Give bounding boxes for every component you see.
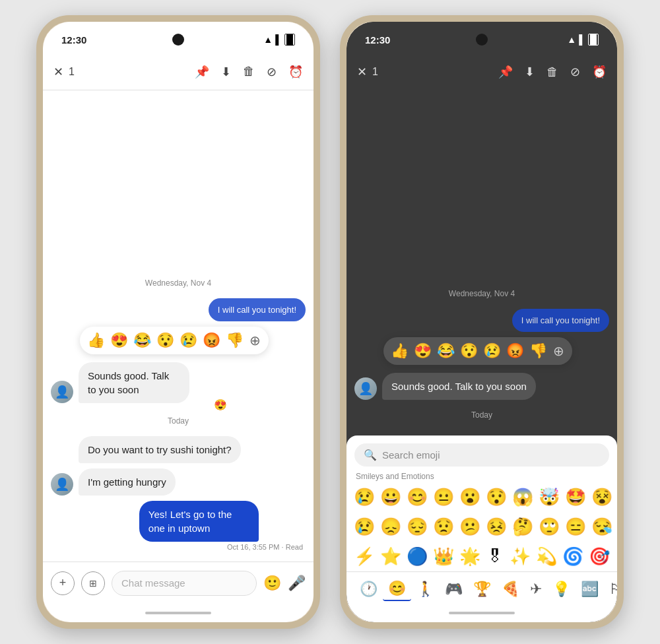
vol-down-button-2[interactable] [340,134,343,160]
message-input[interactable]: Chat message [112,571,257,596]
reaction-laughing[interactable]: 😂 [131,331,153,350]
selection-count-dark: 1 [372,66,378,78]
emoji-nav-activities[interactable]: 🎮 [440,578,468,600]
emoji-cell[interactable]: 💫 [534,544,559,569]
truncated-bubble: I will call you tonight! [209,298,306,321]
reaction-bar[interactable]: 👍 😍 😂 😯 😢 😡 👎 ⊕ [80,327,269,354]
media-button[interactable]: ⊞ [81,571,105,595]
emoji-cell[interactable]: 😮 [457,485,482,509]
emoji-cell[interactable]: 😔 [405,515,430,539]
emoji-nav-symbols[interactable]: 💡 [547,578,576,600]
emoji-navigation: 🕐 😊 🚶 🎮 🏆 🍕 ✈ 💡 🔤 🏳 ⌫ [346,571,617,604]
bubble-reaction-heart-eyes: 😍 [214,399,227,411]
archive-icon[interactable]: ⬇ [221,65,231,79]
emoji-cell[interactable]: 😯 [484,485,509,509]
action-bar-left-dark: ✕ 1 [357,65,493,79]
emoji-button[interactable]: 🙂 [263,575,281,592]
mic-button[interactable]: 🎤 [288,575,306,592]
reaction-angry-dark[interactable]: 😡 [504,341,526,361]
emoji-cell[interactable]: 😐 [431,485,456,509]
add-button[interactable]: + [51,571,75,595]
snooze-icon[interactable]: ⏰ [288,65,303,79]
emoji-cell[interactable]: 😣 [484,515,509,539]
vol-up-button[interactable] [36,101,39,127]
delete-icon[interactable]: 🗑 [243,65,255,79]
delete-icon-dark[interactable]: 🗑 [546,65,558,79]
emoji-nav-people[interactable]: 🚶 [411,578,440,600]
avatar: 👤 [51,381,73,403]
emoji-cell[interactable]: 😱 [510,485,535,509]
reaction-crying[interactable]: 😢 [178,331,199,350]
reaction-add-icon-dark[interactable]: ⊕ [550,342,567,360]
snooze-icon-dark[interactable]: ⏰ [592,65,607,79]
action-bar-right: 📌 ⬇ 🗑 ⊘ ⏰ [195,65,303,79]
pin-icon[interactable]: 📌 [195,65,209,79]
pin-icon-dark[interactable]: 📌 [498,65,513,79]
emoji-cell[interactable]: 🌀 [560,544,585,569]
emoji-cell[interactable]: 😢 [352,485,377,509]
reaction-thumbs-down[interactable]: 👎 [224,331,246,350]
reaction-bar-dark[interactable]: 👍 😍 😂 😯 😢 😡 👎 ⊕ [383,337,572,365]
emoji-cell[interactable]: 😞 [378,515,403,539]
reaction-add-icon[interactable]: ⊕ [247,331,263,350]
wifi-icon-dark: ▲ [567,34,576,45]
emoji-cell[interactable]: 🔵 [405,544,430,569]
sent-bubble-1: Yes! Let's go to the one in uptown [139,501,259,542]
emoji-cell[interactable]: 🤩 [563,485,588,509]
archive-icon-dark[interactable]: ⬇ [525,65,535,79]
emoji-cell[interactable]: 🙄 [537,515,562,539]
phone-1: 12:30 ▲ ▌ █ ✕ 1 📌 ⬇ 🗑 ⊘ ⏰ Wedn [36,15,320,629]
emoji-nav-smileys[interactable]: 😊 [383,577,411,601]
search-icon: 🔍 [364,449,377,461]
block-icon[interactable]: ⊘ [267,65,277,79]
reaction-thumbs-up[interactable]: 👍 [85,331,107,350]
emoji-cell[interactable]: 👑 [431,544,456,569]
emoji-cell[interactable]: ✨ [508,544,533,569]
emoji-nav-recent[interactable]: 🕐 [354,578,383,600]
emoji-nav-objects[interactable]: 🏆 [468,578,496,600]
reaction-surprised[interactable]: 😯 [154,331,176,350]
close-icon-dark[interactable]: ✕ [357,65,367,79]
emoji-cell[interactable]: 😀 [378,485,403,509]
power-button[interactable] [317,114,320,154]
vol-down-button[interactable] [36,134,39,160]
emoji-cell[interactable]: 🎖 [484,544,506,569]
sent-msg-1-row: Yes! Let's go to the one in uptown Oct 1… [51,501,306,551]
emoji-nav-travel[interactable]: ✈ [525,578,547,600]
emoji-cell[interactable]: 😕 [457,515,482,539]
emoji-cell[interactable]: 😢 [352,515,377,539]
emoji-nav-text[interactable]: 🔤 [576,578,604,600]
emoji-cell[interactable]: 🤯 [537,485,562,509]
emoji-search-bar[interactable]: 🔍 Search emoji [354,443,609,467]
reaction-thumbs-up-dark[interactable]: 👍 [389,341,411,361]
emoji-cell[interactable]: 😊 [405,485,430,509]
home-bar-dark [346,604,617,622]
truncated-message-row: I will call you tonight! [51,298,306,321]
reaction-crying-dark[interactable]: 😢 [481,341,503,361]
vol-up-button-2[interactable] [340,101,343,127]
emoji-cell[interactable]: 😵 [589,485,614,509]
reaction-surprised-dark[interactable]: 😯 [458,341,480,361]
emoji-cell[interactable]: 😟 [431,515,456,539]
reaction-heart-eyes[interactable]: 😍 [108,331,130,350]
emoji-cell[interactable]: 😪 [589,515,614,539]
emoji-nav-flags[interactable]: 🏳 [604,578,617,600]
block-icon-dark[interactable]: ⊘ [570,65,580,79]
emoji-cell[interactable]: 🌟 [457,544,482,569]
chat-area-dark: Wednesday, Nov 4 I will call you tonight… [346,90,617,435]
reaction-angry[interactable]: 😡 [201,331,222,350]
date-separator-dark-2: Today [354,410,609,420]
reaction-laughing-dark[interactable]: 😂 [435,341,457,361]
reaction-heart-eyes-dark[interactable]: 😍 [412,341,434,361]
power-button-2[interactable] [621,114,624,154]
emoji-search-placeholder[interactable]: Search emoji [382,449,600,461]
emoji-cell[interactable]: 😑 [563,515,588,539]
received-msg-2-row: Do you want to try sushi tonight? [51,436,306,463]
emoji-cell[interactable]: ⭐ [378,544,403,569]
close-icon[interactable]: ✕ [53,65,63,79]
reaction-thumbs-down-dark[interactable]: 👎 [527,341,549,361]
emoji-cell[interactable]: ⚡ [352,544,377,569]
emoji-cell[interactable]: 🤔 [510,515,535,539]
emoji-cell[interactable]: 🎯 [587,544,612,569]
emoji-nav-food[interactable]: 🍕 [496,578,525,600]
